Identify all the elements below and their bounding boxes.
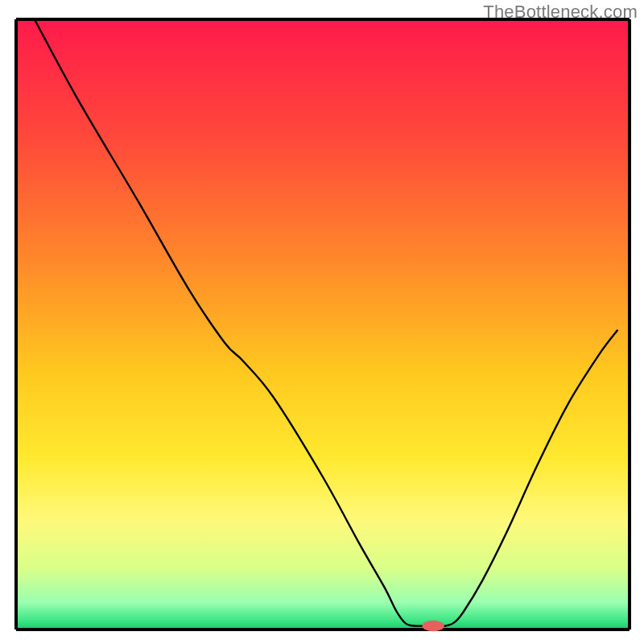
chart-container: TheBottleneck.com [0, 0, 644, 644]
optimal-point-marker [422, 621, 444, 632]
plot-background [16, 19, 630, 630]
bottleneck-chart [0, 0, 644, 644]
watermark-text: TheBottleneck.com [483, 2, 638, 23]
